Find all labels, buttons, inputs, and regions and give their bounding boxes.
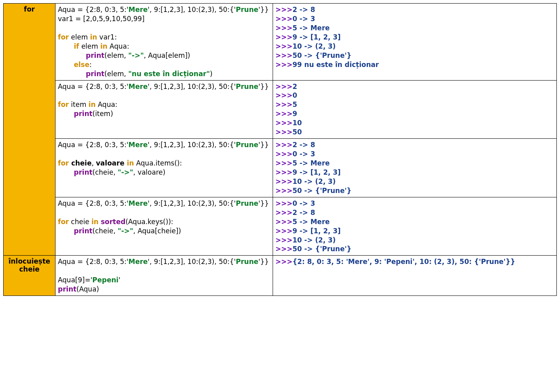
o: 9 -> [1, 2, 3] [293, 33, 341, 41]
p: >>> [275, 187, 293, 195]
p: >>> [275, 110, 293, 118]
o: 10 [293, 119, 302, 127]
o: 5 -> Mere [293, 24, 330, 32]
t: ' [119, 276, 121, 284]
output-r3: >>>2 -> 8 >>>0 -> 3 >>>5 -> Mere >>>9 ->… [273, 139, 557, 197]
t: in [91, 218, 99, 226]
t: (Aqua.keys()): [125, 218, 173, 226]
t: Aqua.items(): [134, 159, 182, 167]
t: ', 9:[1,2,3], 10:(2,3), 50:{' [148, 6, 236, 14]
t: Aqua = {2:8, 0:3, 5:' [58, 83, 129, 91]
t: cheie [69, 218, 91, 226]
t: (cheie, [93, 168, 118, 176]
o: 10 -> (2, 3) [293, 42, 336, 50]
t: in [100, 42, 107, 50]
t: if [74, 42, 79, 50]
t: sorted [101, 218, 125, 226]
t: Prune [236, 6, 259, 14]
t: Aqua: [96, 100, 117, 108]
t: ', 9:[1,2,3], 10:(2,3), 50:{' [148, 199, 236, 207]
t: in [127, 159, 134, 167]
p: >>> [275, 177, 293, 185]
t: '}} [258, 141, 269, 149]
t: Aqua = {2:8, 0:3, 5:' [58, 258, 129, 266]
t: print [86, 51, 105, 59]
o: 0 -> 3 [293, 199, 315, 207]
p: >>> [275, 258, 293, 266]
t: var1: [97, 33, 117, 41]
t: print [74, 227, 93, 235]
o: 5 -> Mere [293, 218, 330, 226]
o: 9 [293, 110, 297, 118]
t: '}} [258, 6, 269, 14]
t: ', 9:[1,2,3], 10:(2,3), 50:{' [148, 141, 236, 149]
code-r3: Aqua = {2:8, 0:3, 5:'Mere', 9:[1,2,3], 1… [55, 139, 273, 197]
t: Aqua[9]=' [58, 276, 92, 284]
t: Mere [129, 199, 148, 207]
t: elem [69, 33, 90, 41]
t: Prune [236, 258, 259, 266]
p: >>> [275, 24, 293, 32]
t: else [74, 61, 89, 69]
o: 10 -> (2, 3) [293, 177, 336, 185]
t: Aqua: [107, 42, 129, 50]
t: , Aqua[cheie]) [133, 227, 181, 235]
t: , Aqua[elem]) [144, 51, 190, 59]
o: 2 [293, 83, 297, 91]
t: print [58, 285, 77, 293]
o: 50 [293, 128, 302, 136]
p: >>> [275, 159, 293, 167]
p: >>> [275, 150, 293, 158]
t: "->" [118, 168, 133, 176]
t: print [74, 110, 93, 118]
o: 50 -> {'Prune'} [293, 187, 352, 195]
o: 99 nu este în dicționar [293, 61, 379, 69]
o: {2: 8, 0: 3, 5: 'Mere', 9: 'Pepeni', 10:… [293, 258, 515, 266]
t: item [69, 100, 88, 108]
o: 5 -> Mere [293, 159, 330, 167]
t: for [58, 218, 69, 226]
p: >>> [275, 128, 293, 136]
code-r2: Aqua = {2:8, 0:3, 5:'Mere', 9:[1,2,3], 1… [55, 80, 273, 139]
t: (elem, [105, 70, 129, 78]
p: >>> [275, 168, 293, 176]
t: (item) [93, 110, 113, 118]
o: 0 -> 3 [293, 150, 315, 158]
output-r4: >>>0 -> 3 >>>2 -> 8 >>>5 -> Mere >>>9 ->… [273, 197, 557, 256]
t: elem [79, 42, 100, 50]
t: Prune [236, 83, 259, 91]
t: var1 = [2,0,5,9,10,50,99] [58, 15, 144, 23]
t: for [58, 100, 69, 108]
t: in [89, 100, 96, 108]
o: 5 [293, 100, 297, 108]
p: >>> [275, 61, 293, 69]
t: "->" [128, 51, 144, 59]
label-replace: înlocuiește cheie [4, 256, 55, 296]
o: 50 -> {'Prune'} [293, 51, 352, 59]
o: 9 -> [1, 2, 3] [293, 227, 341, 235]
o: 10 -> (2, 3) [293, 236, 336, 244]
o: 2 -> 8 [293, 209, 315, 217]
t: for [58, 33, 69, 41]
t: Mere [129, 258, 148, 266]
p: >>> [275, 91, 293, 99]
o: 0 [293, 91, 297, 99]
t: Mere [129, 141, 148, 149]
o: 2 -> 8 [293, 141, 315, 149]
t: Prune [236, 199, 259, 207]
code-r4: Aqua = {2:8, 0:3, 5:'Mere', 9:[1,2,3], 1… [55, 197, 273, 256]
t: Prune [236, 141, 259, 149]
t: '}} [258, 258, 269, 266]
t: in [90, 33, 97, 41]
label-for: for [4, 4, 55, 256]
t: '}} [258, 83, 269, 91]
t: cheie [69, 159, 91, 167]
o: 9 -> [1, 2, 3] [293, 168, 341, 176]
p: >>> [275, 42, 293, 50]
t: (cheie, [93, 227, 118, 235]
t: print [86, 70, 105, 78]
t: Mere [129, 6, 148, 14]
p: >>> [275, 51, 293, 59]
p: >>> [275, 199, 293, 207]
t: for [58, 159, 69, 167]
